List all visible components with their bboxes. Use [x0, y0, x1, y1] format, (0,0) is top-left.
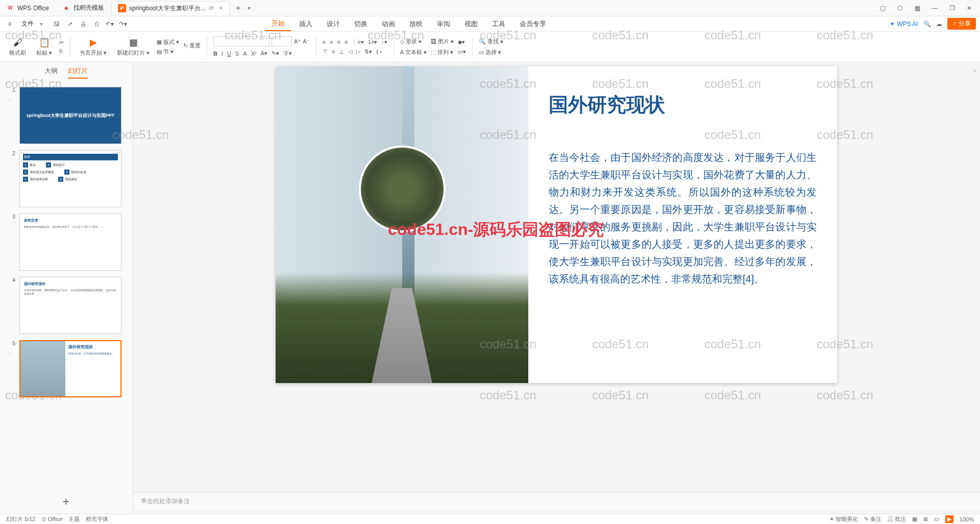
- undo-icon[interactable]: ↶▾: [104, 18, 115, 30]
- increase-font-icon[interactable]: A⁺: [294, 36, 301, 46]
- tab-start[interactable]: 开始: [265, 17, 291, 31]
- font-color-button[interactable]: A▾: [261, 50, 267, 57]
- cloud-icon[interactable]: ☁: [936, 20, 942, 28]
- thumbnail-3[interactable]: 研究背景 网络是革命的诚挚品所，但也将也带来了一片五花八门双十个技术……: [19, 213, 121, 271]
- current-slide[interactable]: 国外研究现状 在当今社会，由于国外经济的高度发达，对于服务于人们生活的大学生兼职…: [276, 66, 837, 383]
- bullets-icon[interactable]: ⋮≡▾: [352, 39, 363, 45]
- picture-button[interactable]: 🖼 图片▾: [431, 38, 454, 45]
- zoom-label[interactable]: 100%: [960, 516, 974, 522]
- tab-design[interactable]: 设计: [321, 17, 346, 31]
- new-slide-icon[interactable]: ▦: [129, 37, 138, 48]
- numbering-icon[interactable]: 1≡▾: [368, 39, 378, 45]
- tab-template[interactable]: ◆ 找稻壳模板: [56, 1, 110, 15]
- win-btn-2[interactable]: ▦: [913, 5, 922, 12]
- tab-tools[interactable]: 工具: [486, 17, 511, 31]
- hamburger-icon[interactable]: ≡: [4, 18, 15, 30]
- view-slideshow-icon[interactable]: ▶: [945, 515, 953, 523]
- clear-format-button[interactable]: 字▾: [283, 50, 292, 57]
- tab-document[interactable]: P springboot大学生兼职平台... ⟳ ×: [111, 1, 230, 15]
- italic-button[interactable]: I: [222, 50, 223, 57]
- shadow-button[interactable]: A: [243, 50, 247, 57]
- tab-transition[interactable]: 切换: [348, 17, 374, 31]
- win-btn-1[interactable]: ⬡: [895, 5, 904, 12]
- tab-menu-dropdown[interactable]: ▾: [246, 5, 253, 12]
- find-button[interactable]: 🔍 查找▾: [479, 38, 503, 45]
- view-normal-icon[interactable]: ▦: [912, 516, 917, 522]
- save-icon[interactable]: 🖫: [51, 18, 62, 30]
- paste-icon[interactable]: 📋: [39, 37, 50, 48]
- text-dir-icon[interactable]: ⇅▾: [364, 49, 372, 55]
- tab-animation[interactable]: 动画: [376, 17, 401, 31]
- align-left-icon[interactable]: ≡: [323, 39, 326, 45]
- add-slide-button[interactable]: +: [0, 489, 132, 514]
- comments-toggle[interactable]: ▤ 批注: [888, 515, 906, 523]
- valign-top-icon[interactable]: ⊤: [323, 49, 328, 55]
- align-center-icon[interactable]: ≡: [330, 39, 333, 45]
- new-slide-label[interactable]: 新建幻灯片▾: [117, 49, 150, 57]
- tab-member[interactable]: 会员专享: [513, 17, 552, 31]
- select-button[interactable]: ▭ 选择▾: [479, 49, 503, 56]
- format-brush-icon[interactable]: 🖌: [13, 37, 22, 48]
- line-spacing-icon[interactable]: ↕▾: [381, 39, 387, 45]
- print-icon[interactable]: 🖨: [78, 18, 89, 30]
- cut-icon[interactable]: ✂: [59, 39, 64, 46]
- thumbnail-5[interactable]: 国外研究现状 在当今社会，由于国外经济的高度发达...: [19, 340, 121, 397]
- valign-bot-icon[interactable]: ⊥: [339, 49, 344, 55]
- preview-icon[interactable]: ⎙: [91, 18, 102, 30]
- fill-button[interactable]: ◆▾: [458, 39, 466, 45]
- file-menu[interactable]: 文件: [17, 19, 38, 28]
- paste-label[interactable]: 粘贴▾: [36, 49, 52, 57]
- theme-label[interactable]: 主题: [68, 515, 80, 523]
- thumbnail-4[interactable]: 国内研究现状 光理论是没用的，要利用理论这个社会，人们还是利用现成的业务网站，这…: [19, 277, 121, 334]
- arrange-button[interactable]: ⬚ 排列▾: [431, 49, 454, 56]
- tab-wps-office[interactable]: W WPS Office: [0, 1, 55, 15]
- align-justify-icon[interactable]: ≡: [345, 39, 348, 45]
- decrease-font-icon[interactable]: A⁻: [303, 36, 309, 46]
- play-from-current-label[interactable]: 当页开始▾: [80, 49, 107, 57]
- redo-icon[interactable]: ↷▾: [117, 18, 129, 30]
- view-sorter-icon[interactable]: ⊞: [923, 516, 928, 522]
- indent-inc-icon[interactable]: ▷: [356, 49, 360, 55]
- slides-tab[interactable]: 幻灯片: [68, 66, 88, 79]
- outline-tab[interactable]: 大纲: [44, 66, 58, 79]
- indent-dec-icon[interactable]: ◁: [348, 49, 352, 55]
- star-icon[interactable]: ☆: [7, 97, 12, 103]
- share-button[interactable]: ♂ 分享: [947, 18, 976, 30]
- textbox-button[interactable]: A 文本框▾: [400, 49, 427, 56]
- smart-beautify[interactable]: ✦ 智能美化: [829, 515, 858, 523]
- new-tab-button[interactable]: +: [231, 4, 246, 13]
- tab-view[interactable]: 视图: [458, 17, 484, 31]
- search-icon[interactable]: 🔍: [923, 20, 931, 28]
- view-reading-icon[interactable]: ▭: [934, 516, 939, 522]
- copy-icon[interactable]: ⎘: [59, 48, 64, 54]
- outline-button[interactable]: ▭▾: [458, 49, 466, 55]
- columns-icon[interactable]: ⫿▾: [376, 49, 382, 55]
- slide-body[interactable]: 在当今社会，由于国外经济的高度发达，对于服务于人们生活的大学生兼职平台设计与实现…: [549, 149, 817, 288]
- notes-toggle[interactable]: ✎ 备注: [864, 515, 881, 523]
- font-size-select[interactable]: [272, 36, 292, 46]
- minimize-button[interactable]: —: [930, 5, 939, 12]
- section-button[interactable]: ▤ 节▾: [157, 48, 179, 56]
- font-label[interactable]: 稻壳字体: [86, 515, 108, 523]
- font-family-select[interactable]: [213, 36, 270, 46]
- shape-button[interactable]: ◇ 形状▾: [400, 38, 427, 45]
- bold-button[interactable]: B: [213, 50, 217, 57]
- wps-ai-button[interactable]: ✦WPS AI: [890, 20, 918, 28]
- export-icon[interactable]: ↗: [64, 18, 76, 30]
- close-tab-icon[interactable]: ×: [219, 4, 223, 12]
- tab-review[interactable]: 审阅: [431, 17, 456, 31]
- highlight-button[interactable]: ✎▾: [272, 50, 279, 57]
- slide-title[interactable]: 国外研究现状: [549, 92, 817, 118]
- star-icon[interactable]: ☆: [7, 350, 12, 356]
- superscript-button[interactable]: X²: [251, 50, 257, 57]
- file-dropdown-icon[interactable]: ▾: [40, 20, 43, 28]
- reset-button[interactable]: ↻ 重置: [183, 42, 201, 50]
- underline-button[interactable]: U: [227, 50, 231, 57]
- play-from-current-icon[interactable]: ▶: [90, 37, 97, 48]
- thumbnail-2[interactable]: 目录 1绪论4系统设计 2系统相关技术概述5系统的实现 3系统需求分析6系统测试: [19, 150, 121, 207]
- thumbnail-1[interactable]: springboot大学生兼职平台设计与实现PPT: [19, 87, 121, 144]
- maximize-button[interactable]: ❐: [947, 5, 957, 12]
- tab-slideshow[interactable]: 放映: [403, 17, 429, 31]
- collapse-sidebar-icon[interactable]: ‹: [974, 66, 976, 74]
- notes-area[interactable]: 单击此处添加备注: [133, 492, 980, 510]
